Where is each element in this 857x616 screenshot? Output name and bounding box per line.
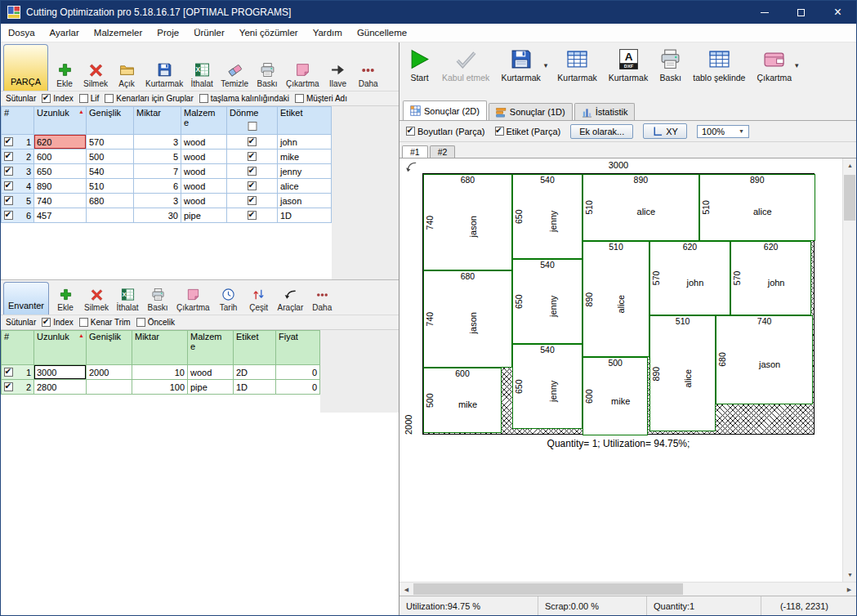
cell-rotate[interactable] bbox=[227, 164, 278, 179]
piece-alice-3[interactable]: 890510alice bbox=[699, 174, 815, 241]
cell-material[interactable]: pipe bbox=[181, 208, 227, 223]
column-header-0[interactable]: # bbox=[2, 331, 34, 365]
printer-button[interactable]: Baskı bbox=[144, 286, 172, 315]
tab-parca[interactable]: PARÇA bbox=[3, 44, 48, 91]
filter-checkbox[interactable] bbox=[42, 94, 51, 103]
filter-checkbox[interactable] bbox=[295, 94, 304, 103]
excel-button[interactable]: Xİthalat bbox=[114, 286, 141, 315]
menu-item-2[interactable]: Malzemeler bbox=[87, 24, 150, 42]
piece-mike-13[interactable]: 500600mike bbox=[582, 357, 648, 435]
cross-button[interactable]: Silmek bbox=[82, 286, 111, 315]
cell-qty[interactable]: 5 bbox=[134, 150, 181, 164]
filter-checkbox[interactable] bbox=[199, 94, 208, 103]
column-header-3[interactable]: Miktar bbox=[134, 107, 181, 135]
vertical-scrollbar[interactable]: ▲ ▼ bbox=[842, 158, 856, 582]
cell-rotate[interactable] bbox=[227, 179, 278, 194]
column-header-3[interactable]: Miktar bbox=[132, 331, 188, 365]
cell-length[interactable]: 3000 bbox=[34, 365, 87, 380]
rotate-checkbox[interactable] bbox=[248, 167, 257, 176]
horizontal-scrollbar[interactable]: ◀ ▶ bbox=[399, 582, 856, 596]
folder-button[interactable]: Açık bbox=[113, 60, 141, 91]
cell-qty[interactable]: 3 bbox=[134, 194, 181, 208]
filter-check-2[interactable]: Öncelik bbox=[136, 318, 175, 327]
sort-button[interactable]: Çeşit bbox=[245, 286, 273, 315]
cell-label[interactable]: alice bbox=[278, 179, 332, 194]
row-index-cell[interactable]: 2 bbox=[2, 150, 34, 164]
cross-button[interactable]: Silmek bbox=[81, 60, 110, 91]
piece-jenny-5[interactable]: 540650jenny bbox=[512, 259, 582, 344]
cell-price[interactable]: 0 bbox=[276, 365, 320, 380]
cell-material[interactable]: wood bbox=[181, 179, 227, 194]
table-grid-button[interactable]: Kurtarmak bbox=[555, 47, 599, 84]
cell-width[interactable]: 510 bbox=[87, 179, 134, 194]
row-index-cell[interactable]: 2 bbox=[2, 380, 34, 395]
cell-rotate[interactable] bbox=[227, 135, 278, 150]
menu-item-1[interactable]: Ayarlar bbox=[42, 24, 87, 42]
menu-item-4[interactable]: Ürünler bbox=[186, 24, 232, 42]
results-tab-0[interactable]: Sonuçlar (2D) bbox=[403, 100, 487, 120]
column-header-4[interactable]: Malzeme bbox=[188, 331, 234, 365]
cell-length[interactable]: 740 bbox=[34, 194, 87, 208]
filter-check-0[interactable]: Index bbox=[42, 318, 73, 327]
cell-qty[interactable]: 6 bbox=[134, 179, 181, 194]
menu-item-5[interactable]: Yeni çözümler bbox=[232, 24, 306, 42]
filter-checkbox[interactable] bbox=[79, 318, 88, 327]
printer-button[interactable]: Baskı bbox=[253, 60, 281, 91]
option-checkbox[interactable] bbox=[406, 127, 415, 136]
row-checkbox[interactable] bbox=[4, 368, 13, 377]
wallet-button[interactable]: Çıkartma bbox=[754, 47, 794, 84]
cell-label[interactable]: jenny bbox=[278, 164, 332, 179]
chevron-down-icon[interactable]: ▾ bbox=[543, 61, 549, 69]
row-checkbox[interactable] bbox=[4, 167, 13, 176]
row-checkbox[interactable] bbox=[4, 137, 13, 146]
row-checkbox[interactable] bbox=[4, 382, 13, 391]
piece-mike-11[interactable]: 600500mike bbox=[423, 368, 502, 433]
menu-item-3[interactable]: Proje bbox=[150, 24, 186, 42]
cell-length[interactable]: 620 bbox=[34, 135, 87, 150]
cell-material[interactable]: wood bbox=[181, 194, 227, 208]
filter-checkbox[interactable] bbox=[105, 94, 114, 103]
cell-label[interactable]: 1D bbox=[278, 208, 332, 223]
clock-button[interactable]: Tarih bbox=[215, 286, 243, 315]
excel-button[interactable]: Xİthalat bbox=[188, 60, 216, 91]
sticker-button[interactable]: Çıkartma bbox=[283, 60, 322, 91]
extra-options-button[interactable]: Ek olarak... bbox=[570, 124, 633, 139]
cell-rotate[interactable] bbox=[227, 194, 278, 208]
cell-width[interactable]: 680 bbox=[87, 194, 134, 208]
scroll-left-icon[interactable]: ◀ bbox=[399, 583, 413, 596]
sheet-tab-1[interactable]: #2 bbox=[430, 145, 456, 158]
plus-button[interactable]: Ekle bbox=[51, 60, 78, 91]
dots-button[interactable]: Daha bbox=[355, 60, 382, 91]
filter-checkbox[interactable] bbox=[42, 318, 51, 327]
cell-price[interactable]: 0 bbox=[276, 380, 320, 395]
column-header-4[interactable]: Malzeme bbox=[181, 107, 227, 135]
dxf-button[interactable]: ADXFKurtarmak bbox=[606, 47, 650, 84]
row-checkbox[interactable] bbox=[4, 152, 13, 161]
piece-jenny-12[interactable]: 540650jenny bbox=[512, 344, 582, 429]
row-index-cell[interactable]: 4 bbox=[2, 179, 34, 194]
display-option-0[interactable]: Boyutları (Parça) bbox=[406, 127, 485, 136]
flip-xy-button[interactable]: XY bbox=[643, 123, 687, 139]
plus-button[interactable]: Ekle bbox=[51, 286, 79, 315]
horizontal-scroll-thumb[interactable] bbox=[413, 583, 683, 595]
rotate-checkbox[interactable] bbox=[248, 196, 257, 205]
column-header-2[interactable]: Genişlik bbox=[87, 331, 132, 365]
piece-john-8[interactable]: 620570john bbox=[730, 241, 811, 315]
close-button[interactable]: × bbox=[819, 1, 856, 24]
row-checkbox[interactable] bbox=[4, 211, 13, 220]
maximize-button[interactable] bbox=[783, 1, 819, 24]
cell-width[interactable]: 570 bbox=[87, 135, 134, 150]
cell-length[interactable]: 600 bbox=[34, 150, 87, 164]
filter-check-0[interactable]: Index bbox=[42, 94, 73, 103]
vertical-scroll-thumb[interactable] bbox=[844, 175, 855, 221]
piece-alice-2[interactable]: 890510alice bbox=[582, 174, 699, 241]
rotate-checkbox[interactable] bbox=[248, 181, 257, 190]
zoom-select[interactable]: 100% ▼ bbox=[697, 125, 749, 138]
cell-material[interactable]: wood bbox=[188, 365, 234, 380]
rotate-checkbox[interactable] bbox=[248, 211, 257, 220]
filter-check-4[interactable]: Müşteri Adı bbox=[295, 94, 347, 103]
minimize-button[interactable] bbox=[746, 1, 783, 24]
cell-length[interactable]: 890 bbox=[34, 179, 87, 194]
cell-label[interactable]: john bbox=[278, 135, 332, 150]
cell-qty[interactable]: 3 bbox=[134, 135, 181, 150]
